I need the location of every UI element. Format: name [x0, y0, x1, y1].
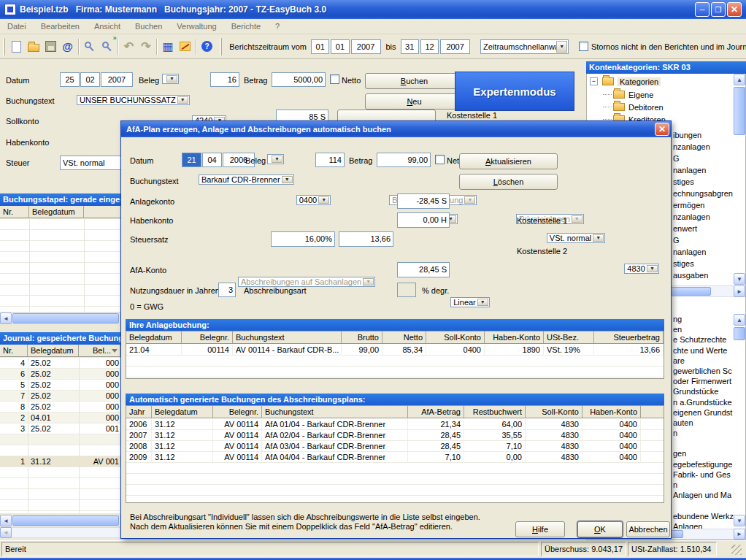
neu-button[interactable]: Neu [365, 93, 464, 110]
undo-icon[interactable]: ↶ [120, 38, 137, 55]
new-file-icon[interactable] [8, 38, 25, 55]
period-from-year[interactable]: 2007 [351, 39, 381, 54]
edit-note-icon[interactable] [177, 38, 193, 55]
menu-item[interactable]: Bearbeiten [34, 20, 87, 33]
dlg-beleg-number-field[interactable]: 114 [315, 153, 345, 167]
scrollbar-thumb[interactable] [12, 313, 119, 323]
column-header[interactable]: Steuerbetrag [594, 331, 664, 343]
save-icon[interactable] [42, 38, 59, 55]
column-header[interactable]: USt-Bez. [544, 331, 594, 343]
scroll-left-icon[interactable]: ◄ [0, 515, 12, 526]
scroll-left-icon[interactable]: ◄ [0, 312, 12, 324]
datum-day-field[interactable]: 25 [60, 72, 80, 87]
scroll-right-icon[interactable]: ► [734, 529, 745, 540]
menu-item[interactable]: ? [268, 20, 287, 33]
journal-row[interactable]: 425.02000 [0, 358, 120, 369]
beleg-dropdown[interactable]: ▼ [162, 74, 179, 84]
column-header[interactable]: AfA-Betrag [408, 406, 464, 418]
menu-item[interactable]: Buchen [128, 20, 169, 33]
journal-row[interactable]: 625.02000 [0, 369, 120, 380]
search-go-icon[interactable]: » [99, 38, 115, 55]
menu-item[interactable]: Datei [0, 20, 34, 33]
column-header[interactable]: Belegdatum [29, 206, 84, 218]
redo-icon[interactable]: ↷ [137, 38, 154, 55]
chevron-down-icon[interactable]: ▼ [282, 176, 293, 183]
plan-row[interactable]: 200631.12AV 00114AfA 01/04 - Barkauf CDR… [126, 419, 664, 430]
journal-row[interactable]: 725.02000 [0, 391, 120, 402]
email-icon[interactable]: @ [59, 38, 76, 55]
dlg-beleg-dropdown[interactable]: ▼ [267, 154, 284, 164]
column-header[interactable]: Netto [382, 331, 426, 343]
close-button[interactable]: ✕ [727, 2, 742, 17]
chevron-down-icon[interactable]: ▼ [556, 41, 567, 53]
menu-item[interactable]: Ansicht [87, 20, 128, 33]
betrag-field[interactable]: 5000,00 [272, 72, 326, 87]
minimize-button[interactable]: ─ [695, 2, 710, 17]
scroll-up-icon[interactable]: ▲ [734, 314, 745, 326]
help-icon[interactable]: ? [199, 38, 215, 55]
chevron-down-icon[interactable]: ▼ [272, 156, 282, 163]
column-header[interactable]: Brutto [342, 331, 382, 343]
nutzungsdauer-field[interactable]: 3 [218, 283, 236, 297]
datum-year-field[interactable]: 2007 [101, 72, 133, 87]
dlg-buchungstext-field[interactable]: Barkauf CDR-Brenner▼ [199, 174, 294, 185]
chevron-down-icon[interactable]: ▼ [593, 234, 604, 242]
column-header[interactable]: Soll-Konto [526, 406, 582, 418]
toolbar-grip[interactable] [3, 38, 5, 55]
buchen-button[interactable]: Buchen [365, 73, 464, 89]
column-header[interactable]: Buchungstext [233, 331, 342, 343]
chevron-down-icon[interactable]: ▼ [477, 299, 488, 306]
journal-row[interactable]: 131.12AV 001 [0, 456, 120, 467]
column-header[interactable]: Belegnr. [213, 406, 262, 418]
abschreibungsart-dropdown[interactable]: Linear▼ [450, 297, 490, 307]
column-header[interactable]: Belegdatum [28, 345, 79, 356]
stack-table-body[interactable] [0, 219, 120, 312]
scroll-right-icon[interactable]: ► [734, 285, 745, 297]
datum-month-field[interactable]: 02 [80, 72, 100, 87]
toolbar-grip[interactable] [220, 38, 222, 55]
column-header[interactable]: Belegdatum [152, 406, 213, 418]
period-from-month[interactable]: 01 [331, 39, 349, 54]
period-from-day[interactable]: 01 [311, 39, 329, 54]
scroll-left-icon[interactable]: ◄ [0, 527, 12, 538]
afakonto-dropdown[interactable]: 4830▼ [624, 264, 658, 274]
aktualisieren-button[interactable]: Aktualisieren [459, 153, 558, 169]
period-to-day[interactable]: 31 [401, 39, 419, 54]
column-header[interactable]: Soll-Konto [426, 331, 485, 343]
collapse-icon[interactable]: − [590, 77, 598, 85]
journal-row[interactable]: 525.02000 [0, 380, 120, 391]
column-header[interactable]: Nr. [0, 345, 28, 356]
anlage-row[interactable]: 21.0400114AV 00114 - Barkauf CDR-B...99,… [126, 345, 664, 356]
period-quickselect-dropdown[interactable]: Zeitraumschnellanwahl▼ [480, 39, 569, 54]
steuersatz-dropdown[interactable]: VSt. normal▼ [547, 233, 605, 243]
abbrechen-button[interactable]: Abbrechen [626, 521, 670, 537]
netto-checkbox[interactable] [330, 74, 339, 84]
scroll-down-icon[interactable]: ▼ [734, 515, 745, 526]
search-icon[interactable] [81, 38, 98, 55]
column-header[interactable]: Belegnr. [182, 331, 233, 343]
dlg-betrag-field[interactable]: 99,00 [377, 153, 431, 167]
dlg-datum-month-field[interactable]: 04 [202, 153, 222, 167]
chevron-down-icon[interactable]: ▼ [647, 265, 658, 272]
menu-item[interactable]: Verwaltung [169, 20, 223, 33]
scroll-down-icon[interactable]: ▼ [734, 273, 745, 285]
chevron-down-icon[interactable]: ▼ [177, 96, 188, 104]
scroll-up-icon[interactable]: ▲ [734, 74, 745, 85]
column-header[interactable]: Jahr [126, 406, 152, 418]
plan-row[interactable]: 200731.12AV 00114AfA 02/04 - Barkauf CDR… [126, 430, 664, 441]
plan-row[interactable]: 200831.12AV 00114AfA 03/04 - Barkauf CDR… [126, 441, 664, 452]
calculator-icon[interactable]: ▦ [159, 38, 176, 55]
column-header[interactable]: Nr. [0, 206, 29, 218]
scrollbar-thumb[interactable] [12, 515, 119, 526]
ok-button[interactable]: OK [577, 521, 623, 537]
maximize-button[interactable]: ❐ [711, 2, 726, 17]
scrollbar-thumb[interactable] [734, 87, 745, 135]
column-header[interactable]: Belegdatum [126, 331, 182, 343]
journal-row[interactable]: 825.02000 [0, 402, 120, 413]
buchungstext-field[interactable]: UNSER BUCHUNGSSATZ▼ [77, 95, 190, 105]
journal-row[interactable]: 325.02001 [0, 423, 120, 434]
anlagekonto-dropdown[interactable]: 0400▼ [296, 195, 331, 205]
hilfe-button[interactable]: Hilfe [515, 521, 565, 537]
dlg-netto-checkbox[interactable] [435, 155, 445, 164]
scrollbar-thumb[interactable] [734, 327, 745, 340]
